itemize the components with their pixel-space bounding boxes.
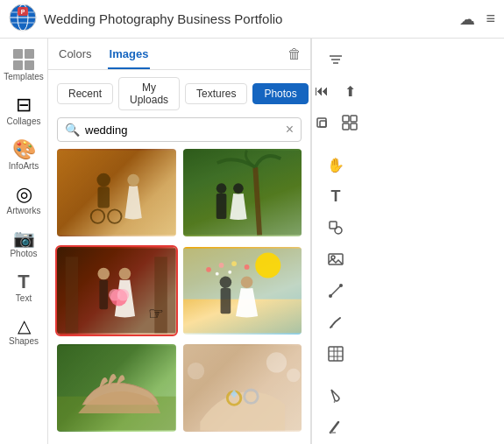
- toolbar-line-row: [323, 277, 348, 305]
- sidebar-item-photos[interactable]: 📷 Photos: [0, 222, 47, 265]
- artworks-icon: ◎: [16, 185, 32, 204]
- svg-point-35: [244, 264, 249, 270]
- svg-point-23: [119, 268, 131, 280]
- main-layout: Templates ⊟ Collages 🎨 InfoArts ◎ Artwor…: [0, 39, 504, 444]
- filter-icon[interactable]: [323, 47, 348, 72]
- hand-tool-icon[interactable]: ✋: [323, 152, 348, 177]
- sidebar-item-shapes[interactable]: △ Shapes: [0, 310, 47, 353]
- toolbar-row-2: ⏮ ⬆: [309, 77, 362, 105]
- skip-back-icon[interactable]: ⏮: [309, 79, 334, 103]
- svg-point-29: [255, 252, 280, 278]
- photos-icon: 📷: [13, 229, 35, 247]
- shapes-icon: △: [18, 317, 31, 335]
- svg-line-69: [330, 422, 338, 433]
- align-top-icon[interactable]: ⬆: [337, 79, 362, 103]
- svg-rect-56: [351, 123, 357, 130]
- svg-point-38: [240, 276, 252, 288]
- search-input[interactable]: [85, 123, 286, 137]
- svg-point-32: [206, 267, 211, 272]
- toolbar-image-row: [323, 245, 348, 273]
- svg-text:P: P: [21, 9, 25, 15]
- toolbar-paint-row: [323, 382, 348, 410]
- image-grid: ☞: [48, 149, 310, 444]
- svg-point-62: [329, 294, 332, 298]
- subtab-photos[interactable]: Photos: [252, 83, 308, 104]
- toolbar-hand-row: ✋: [323, 151, 348, 179]
- sidebar-label-artworks: Artworks: [7, 206, 41, 215]
- shape-tool-icon[interactable]: [323, 215, 348, 240]
- paint-tool-icon[interactable]: [323, 384, 348, 408]
- toolbar-text-row: T: [323, 182, 348, 210]
- eraser-tool-icon[interactable]: [323, 415, 348, 440]
- topbar-icons: ☁ ≡: [459, 10, 495, 29]
- svg-rect-16: [216, 194, 226, 219]
- svg-rect-19: [66, 257, 79, 333]
- toolbar-grid-row: [323, 340, 348, 368]
- copy-icon[interactable]: [309, 110, 334, 135]
- svg-point-45: [266, 353, 286, 373]
- topbar: P Wedding Photography Business Portfolio…: [0, 0, 504, 39]
- sidebar-item-infoarts[interactable]: 🎨 InfoArts: [0, 133, 47, 178]
- tab-images[interactable]: Images: [108, 44, 151, 69]
- line-tool-icon[interactable]: [323, 278, 348, 303]
- document-title: Wedding Photography Business Portfolio: [44, 11, 452, 26]
- svg-point-36: [215, 271, 218, 275]
- search-icon: 🔍: [65, 123, 80, 137]
- svg-point-37: [228, 270, 231, 273]
- trash-button[interactable]: 🗑: [287, 46, 302, 67]
- image-tool-icon[interactable]: [323, 247, 348, 271]
- menu-icon[interactable]: ≡: [486, 10, 495, 28]
- svg-point-15: [216, 183, 226, 194]
- svg-point-8: [96, 173, 110, 187]
- svg-point-34: [231, 261, 237, 266]
- brush-tool-icon[interactable]: [323, 310, 348, 335]
- sidebar: Templates ⊟ Collages 🎨 InfoArts ◎ Artwor…: [0, 39, 48, 444]
- toolbar-row-1: [323, 46, 348, 74]
- right-toolbar: ⏮ ⬆ ✋ T: [311, 39, 359, 444]
- collages-icon: ⊟: [16, 95, 32, 115]
- text-tool-icon[interactable]: T: [323, 184, 348, 208]
- svg-rect-54: [351, 116, 357, 122]
- cloud-icon[interactable]: ☁: [459, 10, 475, 29]
- svg-point-12: [127, 174, 139, 187]
- image-item-1[interactable]: [57, 149, 176, 236]
- svg-point-26: [117, 289, 130, 301]
- sidebar-label-templates: Templates: [4, 72, 44, 81]
- svg-rect-51: [317, 118, 326, 127]
- sidebar-label-text: Text: [16, 293, 32, 303]
- panel-subtabs: Recent My Uploads Textures Photos: [48, 70, 310, 117]
- sidebar-item-text[interactable]: T Text: [0, 265, 47, 310]
- image-item-2[interactable]: [183, 149, 302, 236]
- svg-point-30: [219, 276, 231, 288]
- svg-rect-31: [220, 288, 231, 314]
- sidebar-label-shapes: Shapes: [9, 336, 39, 346]
- clear-search-button[interactable]: ×: [286, 122, 294, 137]
- svg-point-46: [287, 369, 300, 382]
- image-item-5[interactable]: [57, 344, 176, 432]
- toolbar-eraser-row: [323, 413, 348, 441]
- grid-tool-icon[interactable]: [323, 342, 348, 366]
- image-thumb-5: [57, 344, 176, 432]
- infoarts-icon: 🎨: [12, 140, 36, 159]
- sidebar-item-artworks[interactable]: ◎ Artworks: [0, 178, 47, 222]
- subtab-recent[interactable]: Recent: [57, 83, 113, 104]
- tab-colors[interactable]: Colors: [57, 44, 94, 69]
- image-item-3[interactable]: ☞: [57, 247, 176, 335]
- image-thumb-6: [183, 344, 302, 432]
- svg-rect-22: [99, 279, 108, 309]
- sidebar-label-infoarts: InfoArts: [9, 161, 39, 171]
- sidebar-item-templates[interactable]: Templates: [0, 42, 47, 88]
- transform-icon[interactable]: [337, 110, 362, 135]
- image-item-4[interactable]: [183, 247, 302, 335]
- toolbar-row-3: [309, 109, 362, 137]
- image-thumb-4: [183, 247, 302, 335]
- panel: Colors Images 🗑 Recent My Uploads Textur…: [48, 39, 311, 444]
- svg-line-61: [330, 285, 341, 296]
- subtab-myuploads[interactable]: My Uploads: [118, 77, 180, 110]
- sidebar-item-collages[interactable]: ⊟ Collages: [0, 88, 47, 133]
- image-item-6[interactable]: [183, 344, 302, 432]
- svg-rect-64: [329, 347, 343, 361]
- svg-rect-55: [343, 123, 349, 130]
- text-icon: T: [18, 272, 29, 292]
- subtab-textures[interactable]: Textures: [185, 83, 247, 104]
